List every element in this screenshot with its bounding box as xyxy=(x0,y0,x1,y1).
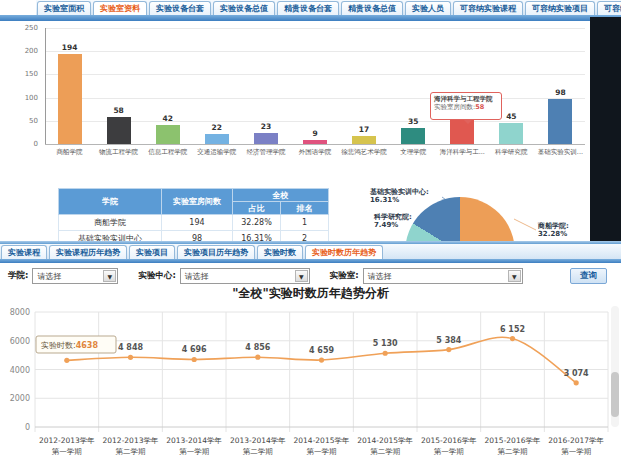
svg-text:6000: 6000 xyxy=(10,337,30,346)
top-tab-10[interactable]: 可容纳实验时数 xyxy=(597,1,621,15)
college-select-value: 请选择 xyxy=(37,271,61,282)
bar-ytick-label: 0 xyxy=(0,140,38,148)
bar-4[interactable] xyxy=(205,134,229,144)
college-select[interactable]: 请选择 ▼ xyxy=(32,268,118,284)
line-point-7[interactable] xyxy=(446,347,451,352)
bar-ytick-label: 200 xyxy=(0,47,38,55)
line-x-label-year: 2015-2016学年 xyxy=(421,436,477,445)
bottom-tab-3[interactable]: 实验项目 xyxy=(129,245,175,259)
filter-bar: 学院: 请选择 ▼ 实验中心: 请选择 ▼ 实验室: 请选择 ▼ 查询 xyxy=(0,267,621,285)
top-tab-4[interactable]: 实验设备总值 xyxy=(213,1,275,15)
bar-gridline xyxy=(45,74,585,75)
top-tab-1[interactable]: 实验室面积 xyxy=(37,1,91,15)
bar-2[interactable] xyxy=(107,117,131,144)
line-x-label-term: 第二学期 xyxy=(498,447,528,456)
col-ratio: 占比 xyxy=(233,202,281,215)
lab-rooms-bar-chart: 050100150200250194商船学院58物流工程学院42信息工程学院22… xyxy=(0,21,590,170)
summary-table: 学院实验室房间数全校占比排名商船学院19432.28%1基础实验实训中心9816… xyxy=(58,188,329,244)
line-x-label-year: 2012-2013学年 xyxy=(103,436,159,445)
bar-tooltip: 海洋科学与工程学院 实验室房间数:58 xyxy=(430,92,502,120)
bar-10[interactable] xyxy=(499,123,523,144)
chevron-down-icon[interactable]: ▼ xyxy=(295,270,308,282)
line-point-8[interactable] xyxy=(510,336,515,341)
center-select-value: 请选择 xyxy=(185,271,209,282)
top-tab-2[interactable]: 实验室资料 xyxy=(93,1,147,15)
line-point-6[interactable] xyxy=(383,351,388,356)
svg-text:4000: 4000 xyxy=(10,366,30,375)
college-filter-label: 学院: xyxy=(8,270,28,282)
bar-ytick-label: 50 xyxy=(0,117,38,125)
line-x-label-year: 2012-2013学年 xyxy=(39,436,95,445)
scrollbar-thumb[interactable] xyxy=(611,372,619,417)
chevron-down-icon[interactable]: ▼ xyxy=(508,270,521,282)
line-value-label: 3 074 xyxy=(564,369,589,378)
top-tab-5[interactable]: 精贵设备台套 xyxy=(277,1,339,15)
line-value-label: 4 696 xyxy=(182,345,207,354)
line-value-label: 4 848 xyxy=(118,343,143,352)
bar-11[interactable] xyxy=(548,99,572,144)
chevron-down-icon[interactable]: ▼ xyxy=(103,270,116,282)
line-x-label-term: 第一学期 xyxy=(561,447,591,456)
bottom-tab-4[interactable]: 实验项目历年趋势 xyxy=(177,245,255,259)
line-chart-title: "全校"实验时数历年趋势分析 xyxy=(0,285,621,302)
bar-3[interactable] xyxy=(156,125,180,144)
bottom-tab-5[interactable]: 实验时数 xyxy=(257,245,303,259)
trend-line-chart: 020004000600080004 6382012-2013学年第一学期4 8… xyxy=(0,306,621,466)
query-button[interactable]: 查询 xyxy=(570,268,607,284)
line-x-label-year: 2015-2016学年 xyxy=(485,436,541,445)
center-filter-label: 实验中心: xyxy=(138,270,175,282)
bar-value-label: 42 xyxy=(143,114,192,123)
pie-label-3: 商船学院:32.28% xyxy=(538,222,569,238)
bar-tooltip-title: 海洋科学与工程学院 xyxy=(434,95,498,103)
bar-ytick-label: 150 xyxy=(0,70,38,78)
bar-value-label: 58 xyxy=(94,106,143,115)
bar-tooltip-value: 58 xyxy=(475,103,484,111)
line-tooltip: 实验时数:4638 xyxy=(36,336,116,353)
pie-area: 基础实验实训中心:16.31%科学研究院:7.49%商船学院:32.28% xyxy=(330,170,590,244)
lab-select[interactable]: 请选择 ▼ xyxy=(363,268,523,284)
bar-value-label: 17 xyxy=(340,125,389,134)
bar-ytick-label: 250 xyxy=(0,24,38,32)
bar-6[interactable] xyxy=(303,140,327,144)
pie-label-1: 基础实验实训中心:16.31% xyxy=(370,188,429,204)
bar-value-label: 23 xyxy=(241,122,290,131)
top-tab-3[interactable]: 实验设备台套 xyxy=(149,1,211,15)
line-value-label: 4 856 xyxy=(245,343,270,352)
bottom-tab-6[interactable]: 实验时数历年趋势 xyxy=(305,245,383,259)
top-tab-6[interactable]: 精贵设备总值 xyxy=(341,1,403,15)
bottom-tab-1[interactable]: 实验课程 xyxy=(1,245,47,259)
line-x-label-term: 第二学期 xyxy=(370,447,400,456)
line-x-label-year: 2016-2017学年 xyxy=(548,436,604,445)
bar-8[interactable] xyxy=(401,128,425,144)
line-point-2[interactable] xyxy=(128,355,133,360)
line-point-5[interactable] xyxy=(319,357,324,362)
line-point-1[interactable] xyxy=(64,358,69,363)
bar-x-axis xyxy=(45,144,585,145)
line-x-label-term: 第一学期 xyxy=(52,447,82,456)
top-tab-7[interactable]: 实验人员 xyxy=(405,1,451,15)
line-point-3[interactable] xyxy=(192,357,197,362)
line-point-4[interactable] xyxy=(255,355,260,360)
scrollbar-track[interactable] xyxy=(611,306,619,427)
bar-7[interactable] xyxy=(352,136,376,144)
col-school: 全校 xyxy=(233,189,329,202)
line-x-label-term: 第一学期 xyxy=(179,447,209,456)
line-point-9[interactable] xyxy=(574,380,579,385)
top-tab-9[interactable]: 可容纳实验项目 xyxy=(525,1,595,15)
center-select[interactable]: 请选择 ▼ xyxy=(180,268,310,284)
bar-5[interactable] xyxy=(254,133,278,144)
bottom-tab-2[interactable]: 实验课程历年趋势 xyxy=(49,245,127,259)
lab-filter-label: 实验室: xyxy=(330,270,359,282)
svg-text:实验时数:4638: 实验时数:4638 xyxy=(41,341,98,350)
col-college: 学院 xyxy=(59,189,162,215)
bar-value-label: 98 xyxy=(536,88,585,97)
col-rank: 排名 xyxy=(281,202,329,215)
svg-text:2000: 2000 xyxy=(10,394,30,403)
svg-text:8000: 8000 xyxy=(10,308,30,317)
bar-value-label: 9 xyxy=(290,129,339,138)
lab-select-value: 请选择 xyxy=(368,271,392,282)
bar-1[interactable] xyxy=(58,54,82,144)
line-x-label-term: 第一学期 xyxy=(434,447,464,456)
top-tab-8[interactable]: 可容纳实验课程 xyxy=(453,1,523,15)
top-tabbar-lead-space xyxy=(0,0,36,15)
